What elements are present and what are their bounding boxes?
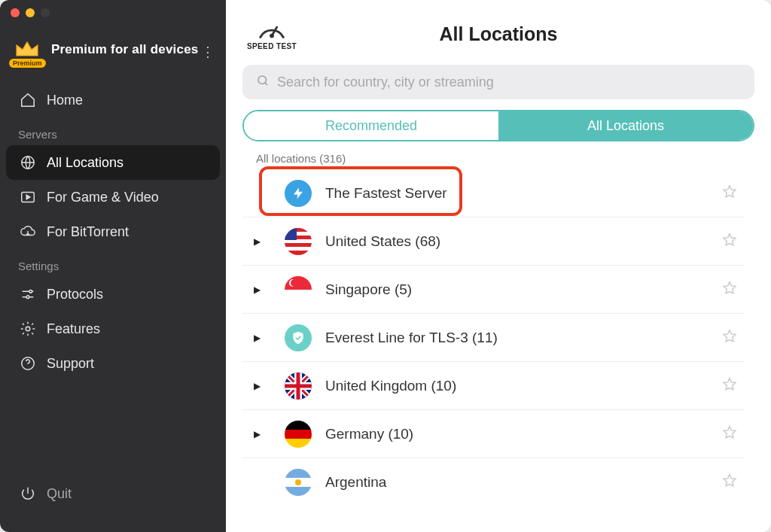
expand-icon[interactable]: ▶ [242,236,271,247]
location-label: Argentina [325,474,708,491]
expand-icon[interactable]: ▶ [242,333,271,343]
flag-us-icon [285,228,312,255]
sidebar-nav: Home Servers All Locations For Game & Vi… [0,78,226,476]
segmented-control: Recommended All Locations [242,110,754,141]
location-row-fastest[interactable]: The Fastest Server [242,169,744,217]
favorite-star-icon[interactable] [721,328,738,348]
svg-point-3 [26,296,29,299]
sidebar-item-all-locations[interactable]: All Locations [6,145,220,180]
sidebar-footer: Quit [0,476,226,532]
sidebar-item-support[interactable]: Support [6,346,220,381]
svg-point-2 [29,290,32,293]
sliders-icon [20,286,36,302]
favorite-star-icon[interactable] [721,376,738,396]
page-title: All Locations [440,23,558,45]
bolt-icon [285,180,312,207]
tab-label: All Locations [587,118,664,134]
sidebar-item-quit[interactable]: Quit [6,476,220,511]
favorite-star-icon[interactable] [721,280,738,299]
sidebar-item-label: Features [47,321,100,337]
main-header: SPEED TEST All Locations [242,14,754,54]
svg-point-25 [295,479,301,485]
sidebar-item-protocols[interactable]: Protocols [6,277,220,312]
sidebar-item-label: Support [47,356,94,372]
window-close-button[interactable] [11,8,20,17]
crown-icon: Premium [12,35,42,65]
svg-rect-13 [285,228,297,240]
flag-ar-icon [285,469,312,496]
tab-label: Recommended [325,118,417,134]
shield-icon [285,324,312,351]
svg-rect-24 [285,487,312,496]
location-label: The Fastest Server [325,185,708,202]
svg-rect-20 [285,430,312,439]
location-label: Everest Line for TLS-3 (11) [325,330,708,346]
location-row-uk[interactable]: ▶ United Kingdom (10) [242,362,744,410]
location-row-us[interactable]: ▶ United States (68) [242,217,744,266]
svg-point-7 [258,76,267,84]
flag-sg-icon [285,276,312,303]
flag-de-icon [285,421,312,448]
location-row-sg[interactable]: ▶ Singapore (5) [242,266,744,314]
list-count-label: All locations (316) [242,149,744,169]
svg-rect-12 [285,251,312,255]
tab-recommended[interactable]: Recommended [244,111,498,140]
svg-rect-21 [285,439,312,448]
expand-icon[interactable]: ▶ [242,284,271,295]
location-label: United States (68) [325,233,708,250]
flag-uk-icon [285,372,312,400]
window-titlebar [0,0,226,26]
favorite-star-icon[interactable] [721,232,738,251]
location-label: Singapore (5) [325,281,708,298]
tab-all-locations[interactable]: All Locations [498,111,753,140]
svg-rect-22 [285,469,312,478]
sidebar-item-features[interactable]: Features [6,312,220,346]
window-maximize-button[interactable] [41,8,50,17]
location-row-ar[interactable]: Argentina [242,458,744,503]
svg-rect-15 [285,290,312,303]
location-label: United Kingdom (10) [325,378,708,394]
globe-icon [20,154,36,171]
svg-point-17 [291,279,298,287]
sidebar-item-label: Quit [47,486,72,502]
cloud-download-icon [20,223,36,240]
svg-point-4 [26,327,30,331]
sidebar-item-label: For BitTorrent [47,224,129,240]
svg-rect-19 [285,421,312,430]
main-panel: SPEED TEST All Locations Recommended All… [226,0,771,532]
location-list[interactable]: All locations (316) The Fastest Server ▶ [242,149,754,503]
sidebar-item-home[interactable]: Home [6,83,220,117]
app-window: Premium Premium for all devices ⋮ Home S… [0,0,771,532]
premium-banner[interactable]: Premium Premium for all devices ⋮ [0,26,226,78]
favorite-star-icon[interactable] [721,473,738,492]
window-minimize-button[interactable] [26,8,35,17]
premium-title: Premium for all devices [51,42,198,57]
expand-icon[interactable]: ▶ [242,429,271,439]
svg-rect-11 [285,243,312,247]
favorite-star-icon[interactable] [721,424,738,444]
play-icon [20,189,36,205]
sidebar-section-servers: Servers [6,117,220,145]
favorite-star-icon[interactable] [721,184,738,203]
search-icon [256,74,270,90]
sidebar-item-game-video[interactable]: For Game & Video [6,180,220,214]
sidebar-item-bittorrent[interactable]: For BitTorrent [6,214,220,249]
sidebar-section-settings: Settings [6,249,220,277]
search-wrap [242,65,754,99]
sidebar-item-label: For Game & Video [47,190,159,205]
gear-icon [20,321,36,337]
power-icon [20,485,36,502]
expand-icon[interactable]: ▶ [242,381,271,391]
more-menu-icon[interactable]: ⋮ [201,44,215,60]
search-input[interactable] [242,65,754,99]
sidebar-item-label: Home [47,93,83,108]
sidebar-item-label: Protocols [47,287,103,302]
speed-test-button[interactable]: SPEED TEST [242,18,301,50]
location-label: Germany (10) [325,426,708,442]
sidebar-item-label: All Locations [47,155,123,171]
premium-badge: Premium [9,59,46,68]
speed-test-label: SPEED TEST [247,42,297,50]
location-row-everest[interactable]: ▶ Everest Line for TLS-3 (11) [242,314,744,362]
home-icon [20,92,36,108]
location-row-de[interactable]: ▶ Germany (10) [242,410,744,458]
